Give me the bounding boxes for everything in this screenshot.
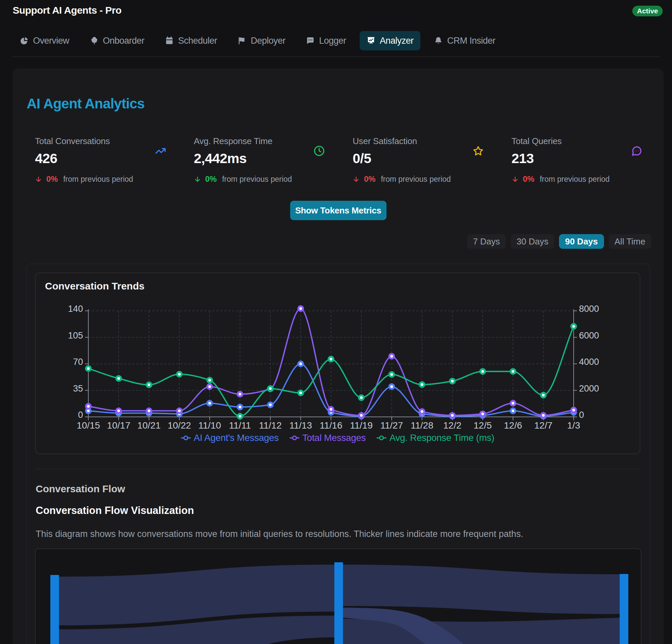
metric-avg-response-time: Avg. Response Time 2,442ms 0% from previ… bbox=[194, 136, 325, 184]
message-circle-icon bbox=[631, 145, 642, 184]
show-tokens-button[interactable]: Show Tokens Metrics bbox=[290, 201, 386, 220]
svg-text:10/17: 10/17 bbox=[107, 420, 130, 431]
tree-icon bbox=[90, 36, 99, 45]
svg-text:1/3: 1/3 bbox=[567, 420, 580, 431]
star-icon bbox=[473, 145, 484, 184]
svg-text:11/13: 11/13 bbox=[289, 420, 312, 431]
metric-label: Total Queries bbox=[512, 136, 610, 147]
trending-up-icon bbox=[155, 145, 166, 184]
metric-label: Total Conversations bbox=[35, 136, 133, 147]
status-badge: Active bbox=[632, 6, 663, 16]
conversation-flow-diagram bbox=[35, 548, 641, 644]
metric-user-satisfaction: User Satisfaction 0/5 0% from previous p… bbox=[353, 136, 484, 184]
metric-delta-note: from previous period bbox=[540, 175, 610, 184]
metric-delta-pct: 0% bbox=[205, 174, 217, 184]
svg-text:10/15: 10/15 bbox=[77, 420, 100, 431]
tab-crm-insider[interactable]: CRM Insider bbox=[427, 31, 502, 50]
svg-text:105: 105 bbox=[68, 330, 83, 340]
bell-icon bbox=[434, 36, 443, 45]
svg-text:11/19: 11/19 bbox=[350, 420, 373, 431]
metric-label: Avg. Response Time bbox=[194, 136, 292, 147]
time-range-group: 7 Days 30 Days 90 Days All Time bbox=[467, 234, 651, 249]
metric-delta: 0% from previous period bbox=[512, 174, 610, 184]
metric-value: 213 bbox=[512, 152, 610, 165]
tab-label: Scheduler bbox=[178, 36, 217, 46]
svg-text:140: 140 bbox=[68, 304, 83, 314]
page-title: AI Agent Analytics bbox=[27, 96, 145, 112]
svg-text:12/7: 12/7 bbox=[534, 420, 553, 431]
svg-text:0: 0 bbox=[78, 410, 83, 420]
metric-delta: 0% from previous period bbox=[194, 174, 292, 184]
metric-delta: 0% from previous period bbox=[353, 174, 451, 184]
pie-chart-icon bbox=[20, 36, 29, 45]
svg-text:12/5: 12/5 bbox=[474, 420, 492, 431]
svg-text:10/21: 10/21 bbox=[137, 420, 161, 431]
tab-label: Analyzer bbox=[380, 36, 413, 46]
metric-delta-note: from previous period bbox=[63, 175, 133, 184]
svg-text:0: 0 bbox=[579, 410, 584, 420]
svg-text:35: 35 bbox=[73, 384, 83, 394]
tab-onboarder[interactable]: Onboarder bbox=[83, 31, 152, 50]
svg-text:12/2: 12/2 bbox=[443, 420, 462, 431]
tab-divider bbox=[13, 56, 659, 57]
page: Support AI Agents - Pro Active Overview … bbox=[0, 0, 672, 644]
legend-item: Avg. Response Time (ms) bbox=[377, 433, 494, 443]
svg-text:11/16: 11/16 bbox=[320, 420, 342, 431]
chart-title: Conversation Trends bbox=[45, 280, 144, 292]
metric-value: 426 bbox=[35, 152, 133, 165]
metric-delta-note: from previous period bbox=[222, 175, 292, 184]
metric-value: 2,442ms bbox=[194, 152, 292, 165]
analytics-card: AI Agent Analytics Total Conversations 4… bbox=[13, 68, 664, 644]
range-7-days[interactable]: 7 Days bbox=[467, 234, 506, 249]
flow-title: Conversation Flow Visualization bbox=[36, 505, 194, 517]
tab-label: Overview bbox=[33, 36, 69, 46]
svg-text:4000: 4000 bbox=[579, 357, 599, 367]
range-90-days[interactable]: 90 Days bbox=[559, 234, 604, 249]
svg-text:11/11: 11/11 bbox=[229, 420, 251, 431]
flow-section-title: Conversation Flow bbox=[36, 483, 125, 495]
range-all-time[interactable]: All Time bbox=[609, 234, 651, 249]
tab-logger[interactable]: Logger bbox=[299, 31, 353, 50]
arrow-down-icon bbox=[194, 176, 201, 183]
arrow-down-icon bbox=[512, 176, 519, 183]
svg-text:70: 70 bbox=[73, 357, 83, 367]
svg-text:8000: 8000 bbox=[579, 304, 599, 314]
svg-text:12/6: 12/6 bbox=[504, 420, 522, 431]
tab-overview[interactable]: Overview bbox=[13, 31, 76, 50]
svg-text:11/27: 11/27 bbox=[380, 420, 403, 431]
tab-analyzer[interactable]: Analyzer bbox=[360, 31, 420, 50]
svg-text:11/28: 11/28 bbox=[411, 420, 433, 431]
metric-total-conversations: Total Conversations 426 0% from previous… bbox=[35, 136, 166, 184]
tab-deployer[interactable]: Deployer bbox=[231, 31, 292, 50]
metric-delta-pct: 0% bbox=[46, 174, 58, 184]
analyzer-panel: 035701051400200040006000800010/1510/1710… bbox=[26, 264, 650, 644]
metric-total-queries: Total Queries 213 0% from previous perio… bbox=[512, 136, 643, 184]
flow-description: This diagram shows how conversations mov… bbox=[36, 529, 523, 539]
range-30-days[interactable]: 30 Days bbox=[511, 234, 554, 249]
tab-label: Logger bbox=[319, 36, 346, 46]
legend-item: Total Messages bbox=[290, 433, 366, 443]
presentation-chart-icon bbox=[367, 36, 375, 45]
tab-label: Onboarder bbox=[103, 36, 145, 46]
conversation-trends-chart: 035701051400200040006000800010/1510/1710… bbox=[36, 273, 640, 454]
conversation-trends-card: 035701051400200040006000800010/1510/1710… bbox=[35, 272, 640, 454]
sankey-node-resolutions bbox=[620, 574, 628, 644]
metric-delta-note: from previous period bbox=[381, 175, 451, 184]
metric-delta-pct: 0% bbox=[523, 174, 535, 184]
tab-bar: Overview Onboarder Scheduler Deployer Lo… bbox=[13, 31, 502, 50]
tab-label: Deployer bbox=[251, 36, 285, 46]
tab-label: CRM Insider bbox=[447, 36, 495, 46]
metric-delta-pct: 0% bbox=[364, 174, 376, 184]
tab-scheduler[interactable]: Scheduler bbox=[158, 31, 224, 50]
chart-legend: AI Agent's MessagesTotal MessagesAvg. Re… bbox=[36, 433, 640, 443]
section-divider bbox=[35, 469, 640, 469]
metric-delta: 0% from previous period bbox=[35, 174, 133, 184]
svg-text:6000: 6000 bbox=[579, 330, 599, 340]
legend-item: AI Agent's Messages bbox=[181, 433, 279, 443]
arrow-down-icon bbox=[353, 176, 360, 183]
chat-bubble-icon bbox=[306, 36, 315, 45]
clock-icon bbox=[314, 145, 325, 184]
metric-value: 0/5 bbox=[353, 152, 451, 165]
metrics-row: Total Conversations 426 0% from previous… bbox=[35, 136, 642, 184]
app-title: Support AI Agents - Pro bbox=[13, 5, 121, 16]
